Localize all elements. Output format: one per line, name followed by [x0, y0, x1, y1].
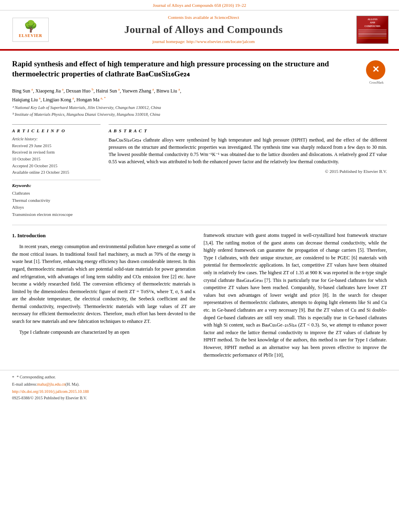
- sciencedirect-link: Contents lists available at ScienceDirec…: [55, 14, 352, 21]
- crossmark-logo[interactable]: ✕ CrossMark: [366, 60, 387, 81]
- journal-homepage: journal homepage: http://www.elsevier.co…: [55, 39, 352, 45]
- elsevier-logo: 🌳 ELSEVIER: [12, 18, 49, 42]
- article-info-left: A R T I C L E I N F O Article history: R…: [12, 124, 101, 218]
- article-content: Rapid synthesis and effect of high tempe…: [0, 51, 399, 370]
- keywords-title: Keywords:: [12, 183, 101, 189]
- email-suffix: (H. Ma).: [66, 382, 80, 387]
- authors-line-2: Haiqiang Liu a, Lingjiao Kong a, Hongan …: [12, 96, 387, 103]
- article-footer: * * Corresponding author. E-mail address…: [0, 370, 399, 403]
- abstract-text: Ba₈Cu₆Si₁₆Ge₂₄ clathrate alloys were syn…: [109, 136, 387, 165]
- journal-citation: Journal of Alloys and Compounds 658 (201…: [153, 3, 246, 8]
- affiliation-b: ᵇ Institute of Materials Physics, Hangzh…: [12, 112, 387, 118]
- crossmark-label: CrossMark: [366, 80, 387, 85]
- journal-thumbnail-title: ALLOYSANDCOMPOUNDS: [364, 18, 380, 28]
- email-link[interactable]: maha@jlu.edu.cn: [37, 382, 65, 387]
- authors-line: Bing Sun a, Xiaopeng Jia a, Dexuan Huo b…: [12, 87, 387, 94]
- elsevier-tree-icon: 🌳: [24, 21, 38, 32]
- keywords-section: Keywords: Clathrates Thermal conductivit…: [12, 180, 101, 218]
- body-divider: [12, 225, 387, 225]
- footer-email-row: E-mail address: maha@jlu.edu.cn (H. Ma).: [12, 382, 387, 387]
- journal-header-left: 🌳 ELSEVIER: [6, 18, 55, 42]
- history-accepted: Accepted 20 October 2015: [12, 163, 101, 169]
- article-history: Article history: Received 29 June 2015 R…: [12, 136, 101, 176]
- journal-title: Journal of Alloys and Compounds: [55, 23, 352, 37]
- authors: Bing Sun a, Xiaopeng Jia a, Dexuan Huo b…: [12, 88, 181, 94]
- journal-top-bar: Journal of Alloys and Compounds 658 (201…: [0, 0, 399, 10]
- journal-header-right: ALLOYSANDCOMPOUNDS: [352, 16, 393, 44]
- corresponding-star: *: [12, 374, 14, 380]
- journal-header-center: Contents lists available at ScienceDirec…: [55, 14, 352, 45]
- abstract-copyright: © 2015 Published by Elsevier B.V.: [109, 168, 387, 175]
- body-col2-p1: framework structure with guest atoms tra…: [204, 232, 387, 359]
- history-received: Received 29 June 2015: [12, 143, 101, 149]
- homepage-url[interactable]: http://www.elsevier.com/locate/jalcom: [187, 39, 255, 44]
- abstract-title: A B S T R A C T: [109, 128, 387, 134]
- homepage-prefix: journal homepage:: [152, 39, 187, 44]
- thumbnail-stripes: [358, 29, 387, 39]
- elsevier-label: ELSEVIER: [19, 33, 43, 39]
- footer-doi[interactable]: http://dx.doi.org/10.1016/j.jallcom.2015…: [12, 389, 387, 394]
- authors-2: Haiqiang Liu a, Lingjiao Kong a, Hongan …: [12, 97, 106, 103]
- body-col-left: 1. Introduction In recent years, energy …: [12, 232, 195, 362]
- keyword-tem: Transmission electron microscope: [12, 212, 101, 218]
- journal-thumbnail: ALLOYSANDCOMPOUNDS: [356, 16, 389, 44]
- body-col-right: framework structure with guest atoms tra…: [204, 232, 387, 362]
- article-info-section: A R T I C L E I N F O Article history: R…: [12, 124, 387, 218]
- footer-issn: 0925-8388/© 2015 Published by Elsevier B…: [12, 395, 387, 401]
- article-info-title: A R T I C L E I N F O: [12, 128, 101, 134]
- history-revised-date: 10 October 2015: [12, 156, 101, 162]
- history-label: Article history:: [12, 137, 38, 141]
- crossmark-icon[interactable]: ✕: [366, 60, 385, 80]
- article-title: Rapid synthesis and effect of high tempe…: [12, 59, 366, 79]
- sciencedirect-prefix: Contents lists available at: [168, 15, 214, 20]
- email-label: E-mail address:: [12, 382, 37, 387]
- article-info-right: A B S T R A C T Ba₈Cu₆Si₁₆Ge₂₄ clathrate…: [109, 124, 387, 218]
- body-col1-p2: Type I clathrate compounds are character…: [12, 329, 195, 336]
- journal-header: 🌳 ELSEVIER Contents lists available at S…: [0, 10, 399, 49]
- section1-heading: 1. Introduction: [12, 232, 195, 240]
- history-title: Article history:: [12, 136, 101, 142]
- keyword-thermal: Thermal conductivity: [12, 197, 101, 203]
- history-revised-label: Received in revised form: [12, 150, 101, 156]
- affiliation-a: ᵃ National Key Lab of Superhard Material…: [12, 105, 387, 111]
- corresponding-label: * Corresponding author.: [17, 374, 56, 380]
- two-column-body: 1. Introduction In recent years, energy …: [12, 232, 387, 362]
- article-title-section: Rapid synthesis and effect of high tempe…: [12, 59, 387, 81]
- sciencedirect-name[interactable]: ScienceDirect: [214, 15, 239, 20]
- keyword-alloys: Alloys: [12, 204, 101, 210]
- keyword-clathrates: Clathrates: [12, 190, 101, 196]
- affiliations: ᵃ National Key Lab of Superhard Material…: [12, 105, 387, 117]
- history-available: Available online 23 October 2015: [12, 170, 101, 176]
- footer-corresponding: * * Corresponding author.: [12, 374, 387, 380]
- body-col1-p1: In recent years, energy consumption and …: [12, 243, 195, 325]
